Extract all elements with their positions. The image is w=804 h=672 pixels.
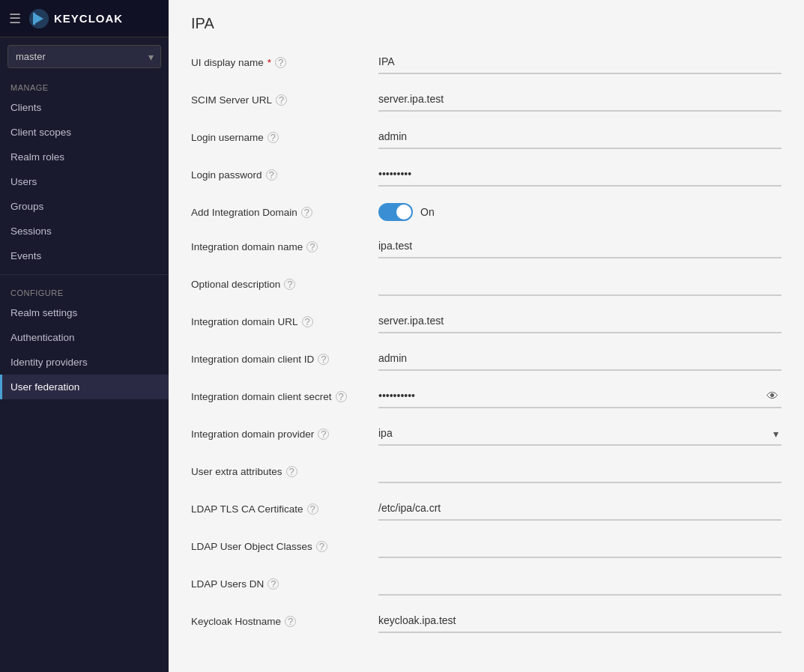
ldap-users-dn-input-wrapper xyxy=(378,572,782,596)
sidebar-item-groups[interactable]: Groups xyxy=(0,194,169,219)
sidebar-header: ☰ KEYCLOAK xyxy=(0,0,169,37)
integration-domain-provider-label: Integration domain provider ? xyxy=(191,422,363,440)
integration-domain-url-help-icon[interactable]: ? xyxy=(302,316,313,327)
add-integration-domain-toggle[interactable] xyxy=(378,203,413,221)
ldap-user-object-classes-input-wrapper xyxy=(378,534,782,558)
integration-domain-client-id-group: Integration domain client ID ? xyxy=(191,347,782,371)
login-username-input[interactable] xyxy=(378,125,782,149)
reveal-secret-icon[interactable]: 👁 xyxy=(767,390,779,403)
ui-display-name-label: UI display name * ? xyxy=(191,50,363,68)
ui-display-name-input[interactable] xyxy=(378,50,782,74)
ldap-users-dn-label: LDAP Users DN ? xyxy=(191,572,363,590)
ldap-user-object-classes-input[interactable] xyxy=(378,534,782,558)
integration-domain-client-id-help-icon[interactable]: ? xyxy=(318,354,329,365)
ldap-users-dn-group: LDAP Users DN ? xyxy=(191,572,782,596)
integration-domain-client-secret-group: Integration domain client secret ? 👁 xyxy=(191,384,782,408)
integration-domain-url-label: Integration domain URL ? xyxy=(191,309,363,327)
integration-domain-url-group: Integration domain URL ? xyxy=(191,309,782,333)
ldap-tls-ca-cert-label: LDAP TLS CA Certificate ? xyxy=(191,497,363,515)
optional-description-group: Optional description ? xyxy=(191,272,782,296)
ldap-user-object-classes-group: LDAP User Object Classes ? xyxy=(191,534,782,558)
ldap-tls-ca-cert-input[interactable] xyxy=(378,497,782,521)
ldap-users-dn-help-icon[interactable]: ? xyxy=(268,578,279,590)
sidebar-item-user-federation[interactable]: User federation xyxy=(0,375,169,399)
keycloak-hostname-label: Keycloak Hostname ? xyxy=(191,609,363,627)
content-area: IPA UI display name * ? SCIM Server URL … xyxy=(169,0,804,662)
scim-server-url-input[interactable] xyxy=(378,88,782,112)
ldap-tls-ca-cert-help-icon[interactable]: ? xyxy=(307,503,318,515)
optional-description-help-icon[interactable]: ? xyxy=(284,279,295,290)
ldap-users-dn-input[interactable] xyxy=(378,572,782,596)
user-extra-attributes-help-icon[interactable]: ? xyxy=(286,466,297,477)
sidebar: ☰ KEYCLOAK master ▾ Manage Clients Clien… xyxy=(0,0,169,672)
page-title: IPA xyxy=(191,15,782,32)
login-password-help-icon[interactable]: ? xyxy=(266,169,277,181)
login-password-input[interactable] xyxy=(378,163,782,187)
integration-domain-client-secret-help-icon[interactable]: ? xyxy=(336,391,347,402)
integration-domain-name-label: Integration domain name ? xyxy=(191,234,363,252)
scim-server-url-group: SCIM Server URL ? xyxy=(191,88,782,112)
scim-server-url-input-wrapper xyxy=(378,88,782,112)
sidebar-item-events[interactable]: Events xyxy=(0,243,169,268)
add-integration-domain-group: Add Integration Domain ? On xyxy=(191,200,782,221)
scim-server-url-help-icon[interactable]: ? xyxy=(276,94,287,106)
sidebar-item-clients[interactable]: Clients xyxy=(0,95,169,120)
optional-description-label: Optional description ? xyxy=(191,272,363,290)
sidebar-item-sessions[interactable]: Sessions xyxy=(0,219,169,243)
keycloak-hostname-input-wrapper xyxy=(378,609,782,633)
sidebar-item-realm-roles[interactable]: Realm roles xyxy=(0,145,169,169)
user-extra-attributes-input-wrapper xyxy=(378,459,782,483)
integration-domain-provider-select-wrapper: ipa ▾ xyxy=(378,422,782,446)
login-password-input-wrapper xyxy=(378,163,782,187)
sidebar-item-identity-providers[interactable]: Identity providers xyxy=(0,350,169,375)
integration-domain-provider-group: Integration domain provider ? ipa ▾ xyxy=(191,422,782,446)
ldap-user-object-classes-help-icon[interactable]: ? xyxy=(316,541,327,552)
login-username-label: Login username ? xyxy=(191,125,363,143)
ui-display-name-group: UI display name * ? xyxy=(191,50,782,74)
integration-domain-provider-select[interactable]: ipa xyxy=(378,422,782,446)
login-username-help-icon[interactable]: ? xyxy=(268,132,279,143)
sidebar-divider xyxy=(0,274,169,275)
realm-selector[interactable]: master ▾ xyxy=(7,45,161,68)
add-integration-domain-help-icon[interactable]: ? xyxy=(301,207,312,218)
sidebar-item-realm-settings[interactable]: Realm settings xyxy=(0,300,169,325)
integration-domain-url-input[interactable] xyxy=(378,309,782,333)
add-integration-domain-toggle-label: On xyxy=(420,206,435,218)
hamburger-icon[interactable]: ☰ xyxy=(9,10,21,27)
sidebar-item-authentication[interactable]: Authentication xyxy=(0,325,169,350)
integration-domain-client-id-input[interactable] xyxy=(378,347,782,371)
keycloak-hostname-help-icon[interactable]: ? xyxy=(285,616,296,627)
keycloak-hostname-input[interactable] xyxy=(378,609,782,633)
add-integration-domain-toggle-wrapper: On xyxy=(378,200,435,221)
main-content: IPA UI display name * ? SCIM Server URL … xyxy=(169,0,804,672)
ldap-tls-ca-cert-group: LDAP TLS CA Certificate ? xyxy=(191,497,782,521)
ui-display-name-help-icon[interactable]: ? xyxy=(275,57,286,68)
login-username-group: Login username ? xyxy=(191,125,782,149)
keycloak-logo-icon xyxy=(28,8,49,29)
integration-domain-name-input[interactable] xyxy=(378,234,782,258)
sidebar-section-configure: Configure xyxy=(0,281,169,300)
optional-description-input-wrapper xyxy=(378,272,782,296)
optional-description-input[interactable] xyxy=(378,272,782,296)
login-username-input-wrapper xyxy=(378,125,782,149)
integration-domain-client-secret-input[interactable] xyxy=(378,384,782,408)
integration-domain-name-input-wrapper xyxy=(378,234,782,258)
app-title: KEYCLOAK xyxy=(54,12,123,25)
ldap-user-object-classes-label: LDAP User Object Classes ? xyxy=(191,534,363,552)
sidebar-item-client-scopes[interactable]: Client scopes xyxy=(0,120,169,145)
user-extra-attributes-label: User extra attributes ? xyxy=(191,459,363,477)
integration-domain-provider-help-icon[interactable]: ? xyxy=(318,429,329,440)
sidebar-item-users[interactable]: Users xyxy=(0,169,169,194)
user-extra-attributes-group: User extra attributes ? xyxy=(191,459,782,483)
integration-domain-name-help-icon[interactable]: ? xyxy=(306,241,318,252)
user-extra-attributes-input[interactable] xyxy=(378,459,782,483)
login-password-label: Login password ? xyxy=(191,163,363,181)
required-marker: * xyxy=(268,57,271,68)
realm-select[interactable]: master xyxy=(7,45,161,68)
scim-server-url-label: SCIM Server URL ? xyxy=(191,88,363,106)
integration-domain-client-id-label: Integration domain client ID ? xyxy=(191,347,363,365)
sidebar-item-manage: Manage xyxy=(0,76,169,95)
keycloak-hostname-group: Keycloak Hostname ? xyxy=(191,609,782,633)
ldap-tls-ca-cert-input-wrapper xyxy=(378,497,782,521)
integration-domain-client-secret-input-wrapper: 👁 xyxy=(378,384,782,408)
